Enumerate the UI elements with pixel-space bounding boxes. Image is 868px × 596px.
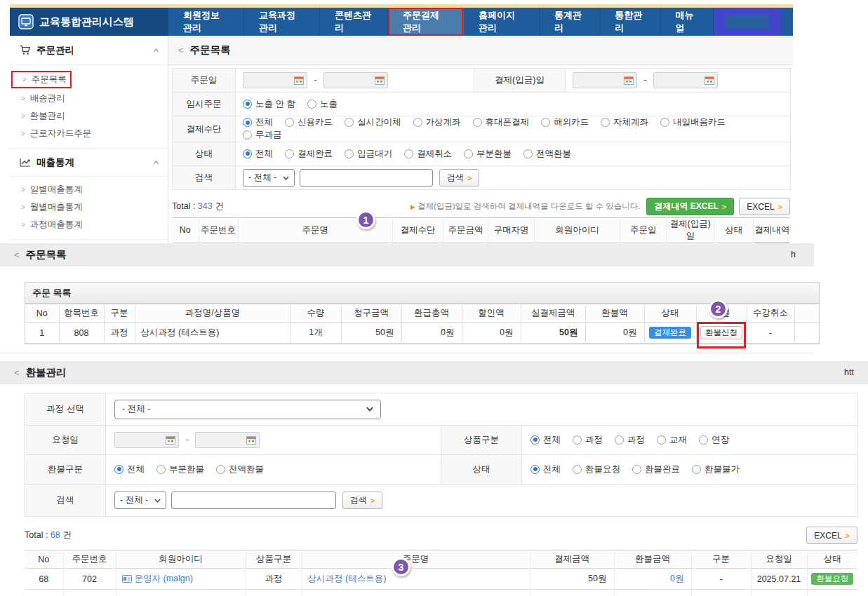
cell-no: 68 [25, 569, 63, 590]
radio-label: 부분환불 [169, 463, 204, 475]
refund-status-label: 상태 [441, 455, 522, 485]
radio-option[interactable]: 과정 [615, 434, 645, 446]
nav-item-integration[interactable]: 통합관리 [600, 8, 660, 36]
column-header: 주문번호 [199, 218, 238, 243]
radio-option[interactable]: 노출 안 함 [243, 98, 295, 110]
column-header: 구매자명 [488, 218, 534, 243]
radio-option[interactable]: 전액환불 [523, 148, 571, 160]
column-header [794, 304, 820, 323]
calendar-icon[interactable] [705, 76, 714, 85]
radio-option[interactable]: 입금대기 [345, 148, 392, 160]
chevron-up-icon[interactable] [153, 161, 159, 165]
member-card-icon[interactable] [122, 575, 132, 583]
radio-option[interactable]: 자체계좌 [601, 116, 648, 128]
refunds-table-header: No주문번호회원아이디상품구분주문명결제금액환불금액구분요청일상태 [25, 550, 857, 569]
search-button[interactable]: 검색> [342, 492, 382, 509]
sidebar-item-delivery[interactable]: > 배송관리 [10, 90, 168, 107]
order-date-to-input[interactable] [323, 72, 388, 88]
back-chevron-icon[interactable]: < [178, 45, 184, 55]
refund-search-form: 과정 선택 - 전체 - 요청일 - 상품구분 전체과정과정교재연장 환불구분 … [25, 393, 858, 517]
nav-item-members[interactable]: 회원정보관리 [168, 8, 244, 36]
search-input[interactable] [300, 169, 433, 187]
search-field-select[interactable]: - 전체 - [114, 492, 166, 509]
radio-option[interactable]: 해외카드 [541, 116, 589, 128]
radio-option[interactable]: 과정 [573, 434, 603, 446]
radio-option[interactable]: 전체 [243, 116, 273, 128]
radio-option[interactable]: 결제완료 [285, 148, 333, 160]
request-date-to-input[interactable] [195, 432, 260, 448]
radio-option[interactable]: 무과금 [243, 129, 282, 141]
nav-item-homepage[interactable]: 홈페이지관리 [464, 8, 540, 36]
chevron-up-icon[interactable] [153, 48, 159, 53]
calendar-icon[interactable] [624, 76, 634, 85]
sidebar-item-worker-card-orders[interactable]: > 근로자카드주문 [10, 125, 168, 142]
sidebar-item-order-list[interactable]: > 주문목록 [11, 71, 72, 88]
course-select[interactable]: - 전체 - [114, 400, 381, 419]
radio-option[interactable]: 전체 [530, 434, 561, 446]
excel-button[interactable]: EXCEL> [739, 198, 790, 215]
search-input[interactable] [171, 492, 336, 509]
calendar-icon[interactable] [166, 435, 175, 445]
app-logo[interactable]: 교육통합관리시스템 [10, 8, 168, 36]
order-date-from-input[interactable] [243, 72, 307, 88]
radio-option[interactable]: 환불요청 [573, 463, 620, 475]
radio-option[interactable]: 전체 [530, 463, 561, 475]
sidebar-section-sales-stats[interactable]: 매출통계 [10, 149, 168, 177]
radio-dot-icon [285, 118, 294, 127]
radio-label: 자체계좌 [613, 116, 648, 128]
search-field-select[interactable]: - 전체 - [243, 169, 295, 187]
radio-label: 노출 [320, 98, 338, 110]
radio-option[interactable]: 내일배움카드 [660, 116, 726, 128]
radio-dot-icon [615, 435, 624, 445]
radio-option[interactable]: 실시간이체 [345, 116, 401, 128]
excel-button[interactable]: EXCEL> [806, 527, 857, 544]
calendar-icon[interactable] [294, 76, 304, 85]
refund-status-radios: 전체환불요청환불완료환불불가 [522, 455, 858, 485]
radio-option[interactable]: 환불불가 [692, 463, 740, 475]
sidebar-item-label: 일별매출통계 [30, 184, 83, 196]
back-chevron-icon[interactable]: < [14, 250, 20, 260]
radio-option[interactable]: 휴대폰결제 [473, 116, 530, 128]
sidebar-item-monthly-sales[interactable]: > 월별매출통계 [10, 198, 168, 216]
nav-item-order-payment[interactable]: 주문결제관리 [388, 8, 464, 36]
nav-item-courses[interactable]: 교육과정관리 [244, 8, 320, 36]
radio-label: 전액환불 [229, 463, 264, 475]
request-date-from-input[interactable] [114, 432, 179, 448]
annotation-step-1-marker: 1 [356, 210, 375, 229]
radio-option[interactable]: 부분환불 [464, 148, 512, 160]
radio-option[interactable]: 가상계좌 [413, 116, 461, 128]
payments-excel-button[interactable]: 결제내역 EXCEL> [646, 198, 734, 215]
radio-option[interactable]: 연장 [699, 434, 729, 446]
pay-date-from-input[interactable] [573, 72, 637, 88]
calendar-icon[interactable] [375, 76, 385, 85]
radio-option[interactable]: 교재 [657, 434, 687, 446]
order-name-link[interactable]: 상시과정 (테스트용) [308, 574, 387, 583]
radio-label: 가상계좌 [426, 116, 461, 128]
sidebar-item-refunds[interactable]: > 환불관리 [10, 107, 168, 125]
sidebar-item-daily-sales[interactable]: > 일별매출통계 [10, 181, 168, 198]
date-separator: - [185, 435, 188, 445]
sidebar-item-course-sales[interactable]: > 과정매출통계 [10, 216, 168, 233]
radio-option[interactable]: 노출 [307, 98, 338, 110]
radio-option[interactable]: 신용카드 [285, 116, 333, 128]
radio-option[interactable]: 부분환불 [156, 463, 204, 475]
radio-option[interactable]: 전체 [114, 463, 145, 475]
nav-item-contents[interactable]: 콘텐츠관리 [320, 8, 388, 36]
radio-option[interactable]: 전액환불 [216, 463, 264, 475]
nav-item-manual[interactable]: 매뉴얼 [661, 8, 714, 36]
radio-option[interactable]: 전체 [243, 148, 273, 160]
pay-date-to-input[interactable] [653, 72, 718, 88]
radio-label: 부분환불 [476, 148, 512, 160]
member-id-link[interactable]: 운영자 (malgn) [135, 574, 193, 583]
radio-option[interactable]: 결제취소 [404, 148, 452, 160]
radio-option[interactable]: 환불완료 [632, 463, 680, 475]
radio-dot-icon [699, 435, 708, 445]
product-type-label: 상품구분 [441, 426, 522, 455]
back-chevron-icon[interactable]: < [14, 367, 20, 378]
sidebar-section-orders[interactable]: 주문관리 [10, 36, 168, 65]
radio-dot-icon [307, 100, 316, 109]
nav-item-statistics[interactable]: 통계관리 [540, 8, 600, 36]
nav-menu: 회원정보관리 교육과정관리 콘텐츠관리 주문결제관리 홈페이지관리 통계관리 통… [168, 8, 793, 36]
search-button[interactable]: 검색> [439, 169, 479, 187]
calendar-icon[interactable] [246, 435, 256, 445]
